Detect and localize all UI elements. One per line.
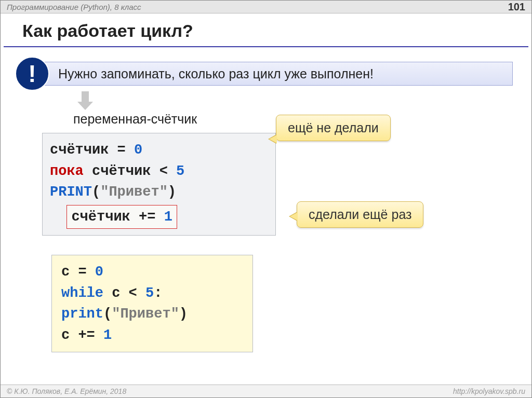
increment-highlight: счётчик += 1 [66,205,177,229]
pseudocode-line-4: счётчик += 1 [50,203,268,229]
page-number: 101 [508,1,525,13]
py-line-3: print("Привет") [61,304,243,325]
counter-variable-label: переменная-счётчик [73,112,197,127]
py-line-2: while c < 5: [61,283,243,304]
pseudocode-line-2: пока счётчик < 5 [50,161,268,182]
important-text: Нужно запоминать, сколько раз цикл уже в… [38,62,513,86]
important-note: ! Нужно запоминать, сколько раз цикл уже… [15,57,513,91]
pseudocode-line-1: счётчик = 0 [50,140,268,161]
pseudocode-box: счётчик = 0 пока счётчик < 5 PRINT("Прив… [42,133,276,236]
arrow-down-icon [77,91,93,110]
pseudocode-line-3: PRINT("Привет") [50,182,268,203]
python-code-box: c = 0 while c < 5: print("Привет") c += … [51,255,253,352]
slide: Программирование (Python), 8 класс 101 К… [0,0,532,398]
footer-authors: © К.Ю. Поляков, Е.А. Ерёмин, 2018 [7,387,126,395]
py-line-1: c = 0 [61,262,243,283]
header-bar: Программирование (Python), 8 класс 101 [1,1,531,13]
slide-title: Как работает цикл? [4,13,528,47]
footer-url: http://kpolyakov.spb.ru [453,387,525,395]
footer-bar: © К.Ю. Поляков, Е.А. Ерёмин, 2018 http:/… [1,385,531,397]
callout-done-again: сделали ещё раз [297,201,423,228]
py-line-4: c += 1 [61,325,243,346]
exclamation-icon: ! [15,57,49,91]
callout-not-done-yet: ещё не делали [276,115,391,141]
subject-label: Программирование (Python), 8 класс [7,3,141,11]
